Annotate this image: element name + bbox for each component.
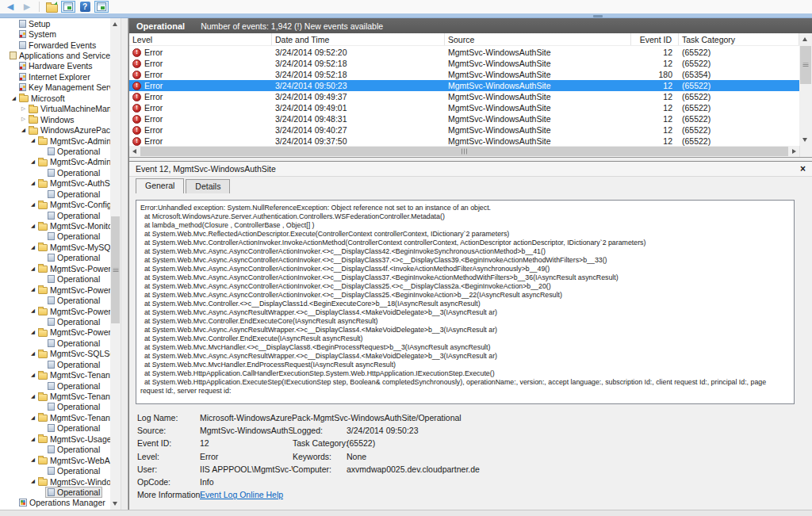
tree-node[interactable]: VirtualMachineManager xyxy=(27,104,110,113)
tree-item[interactable]: MgmtSvc-PowerShe xyxy=(0,327,110,338)
preview-tab[interactable]: Details xyxy=(186,179,230,193)
tree-item[interactable]: MgmtSvc-AdminAP xyxy=(0,136,110,146)
column-header[interactable]: Event ID xyxy=(631,33,679,45)
event-row[interactable]: Error 3/24/2014 09:49:01 MgmtSvc-Windows… xyxy=(129,102,799,113)
event-row[interactable]: Error 3/24/2014 09:50:23 MgmtSvc-Windows… xyxy=(129,80,799,91)
tree-node[interactable]: Operations Manager xyxy=(17,498,107,507)
tree-item[interactable]: Operational xyxy=(0,295,110,305)
close-icon[interactable] xyxy=(800,164,806,174)
tree-node[interactable]: Operational xyxy=(46,381,102,391)
tree-expander-icon[interactable] xyxy=(29,266,36,272)
tree-node[interactable]: System xyxy=(17,29,58,39)
open-saved-log-button[interactable] xyxy=(44,1,59,13)
event-log-online-help-link[interactable]: Event Log Online Help xyxy=(200,490,283,499)
tree-item[interactable]: Operations Manager xyxy=(0,498,110,508)
tree-item[interactable]: MgmtSvc-PowerShe xyxy=(0,285,110,295)
tree-item[interactable]: MgmtSvc-WebAppG xyxy=(0,455,110,465)
tree-item[interactable]: Operational xyxy=(0,189,110,199)
tree-item[interactable]: Operational xyxy=(0,402,110,412)
tree-item[interactable]: Operational xyxy=(0,487,110,497)
scroll-down-arrow[interactable] xyxy=(802,138,807,142)
tree-expander-icon[interactable] xyxy=(29,159,36,165)
tree-expander-icon[interactable] xyxy=(29,224,36,229)
scroll-up-arrow[interactable] xyxy=(113,22,117,26)
tree-node[interactable]: Setup xyxy=(17,19,52,29)
tree-node[interactable]: Microsoft xyxy=(17,94,67,103)
event-row[interactable]: Error 3/24/2014 09:52:18 MgmtSvc-Windows… xyxy=(129,58,799,69)
tree-node[interactable]: Operational xyxy=(46,189,102,199)
tree-node[interactable]: Operational xyxy=(46,317,102,327)
tree-node[interactable]: MgmtSvc-Usage xyxy=(36,434,110,444)
scroll-up-arrow[interactable] xyxy=(802,37,807,41)
forward-button[interactable]: ▶ xyxy=(20,1,34,13)
tree-node[interactable]: Operational xyxy=(46,402,102,411)
tree-item[interactable]: System xyxy=(0,29,110,39)
tree-expander-icon[interactable] xyxy=(29,138,36,143)
tree-expander-icon[interactable] xyxy=(29,373,36,378)
scroll-thumb[interactable] xyxy=(800,46,811,84)
tree-expander-icon[interactable] xyxy=(29,457,36,463)
tree-expander-icon[interactable] xyxy=(29,394,36,399)
tree-node[interactable]: Operational xyxy=(46,231,102,241)
tree-item[interactable]: MgmtSvc-Monitorin xyxy=(0,220,110,231)
tree-node[interactable]: Operational xyxy=(46,445,102,454)
tree-expander-icon[interactable] xyxy=(29,351,36,357)
tree-expander-icon[interactable] xyxy=(29,245,36,250)
tree-node[interactable]: MgmtSvc-TenantPu xyxy=(36,392,110,401)
tree-node[interactable]: Key Management Service xyxy=(17,82,110,92)
tree-node[interactable]: MgmtSvc-ConfigSit xyxy=(36,200,110,209)
tree-item[interactable]: Applications and Services Logs xyxy=(0,50,110,60)
tree-item[interactable]: Operational xyxy=(0,146,110,156)
tree-node[interactable]: MgmtSvc-AuthSite xyxy=(36,178,110,188)
tree-item[interactable]: Forwarded Events xyxy=(0,40,110,50)
scroll-left-arrow[interactable] xyxy=(132,149,136,154)
tree-item[interactable]: Operational xyxy=(0,359,110,369)
tree-item[interactable]: Hardware Events xyxy=(0,61,110,71)
tree-node[interactable]: MgmtSvc-PowerShe xyxy=(36,307,110,316)
tree-item[interactable]: MgmtSvc-PowerShe xyxy=(0,306,110,316)
action-pane-toggle-button[interactable] xyxy=(94,1,109,13)
tree-node[interactable]: MgmtSvc-WebAppG xyxy=(36,456,110,465)
tree-node[interactable]: Forwarded Events xyxy=(17,40,98,50)
tree-scrollbar[interactable] xyxy=(110,18,121,510)
tree-node[interactable]: MgmtSvc-PowerShe xyxy=(36,264,110,273)
tree-item[interactable]: Operational xyxy=(0,423,110,434)
event-row[interactable]: Error 3/24/2014 09:37:50 MgmtSvc-Windows… xyxy=(129,136,799,146)
tree-expander-icon[interactable] xyxy=(29,308,36,314)
tree-node[interactable]: Hardware Events xyxy=(17,61,94,71)
tree-item[interactable]: Operational xyxy=(0,316,110,327)
tree-node[interactable]: Internet Explorer xyxy=(17,72,92,82)
tree-expander-icon[interactable] xyxy=(29,415,36,421)
tree-node[interactable]: Operational xyxy=(46,253,102,262)
tree-item[interactable]: MgmtSvc-PowerShe xyxy=(0,263,110,273)
tree-scroll-thumb[interactable] xyxy=(111,216,120,323)
tree-item[interactable]: Operational xyxy=(0,274,110,285)
tree-expander-icon[interactable] xyxy=(29,287,36,292)
tree-item[interactable]: WindowsAzurePack xyxy=(0,124,110,135)
tree-item[interactable]: MgmtSvc-Windows xyxy=(0,476,110,487)
tree-node[interactable]: MgmtSvc-MySQL xyxy=(36,243,110,252)
tree-expander-icon[interactable] xyxy=(20,106,27,112)
tree-expander-icon[interactable] xyxy=(29,330,36,335)
event-row[interactable]: Error 3/24/2014 09:52:18 MgmtSvc-Windows… xyxy=(129,69,799,80)
tree-node[interactable]: Operational xyxy=(46,147,102,156)
tree-item[interactable]: MgmtSvc-ConfigSit xyxy=(0,199,110,209)
tree-item[interactable]: Operational xyxy=(0,445,110,455)
event-row[interactable]: Error 3/24/2014 09:52:20 MgmtSvc-Windows… xyxy=(129,47,799,58)
tree-expander-icon[interactable] xyxy=(10,96,17,101)
tree-node[interactable]: Operational xyxy=(46,338,102,348)
tree-item[interactable]: MgmtSvc-AuthSite xyxy=(0,178,110,189)
column-header[interactable]: Level xyxy=(129,33,272,45)
event-list-horizontal-scrollbar[interactable] xyxy=(129,146,799,157)
tree-node[interactable]: MgmtSvc-PowerShe xyxy=(36,285,110,295)
tree-item[interactable]: MgmtSvc-SQLServe xyxy=(0,349,110,359)
tree-node[interactable]: Operational xyxy=(46,274,102,284)
tree-item[interactable]: Windows xyxy=(0,114,110,124)
tree-item[interactable]: VirtualMachineManager xyxy=(0,104,110,114)
divider-grip[interactable] xyxy=(593,15,603,17)
tree-item[interactable]: Operational xyxy=(0,380,110,391)
tree-node[interactable]: MgmtSvc-PowerShe xyxy=(36,327,110,337)
tree-node[interactable]: Operational xyxy=(46,423,102,433)
tree-node[interactable]: Windows xyxy=(27,115,76,124)
event-row[interactable]: Error 3/24/2014 09:49:37 MgmtSvc-Windows… xyxy=(129,91,799,102)
